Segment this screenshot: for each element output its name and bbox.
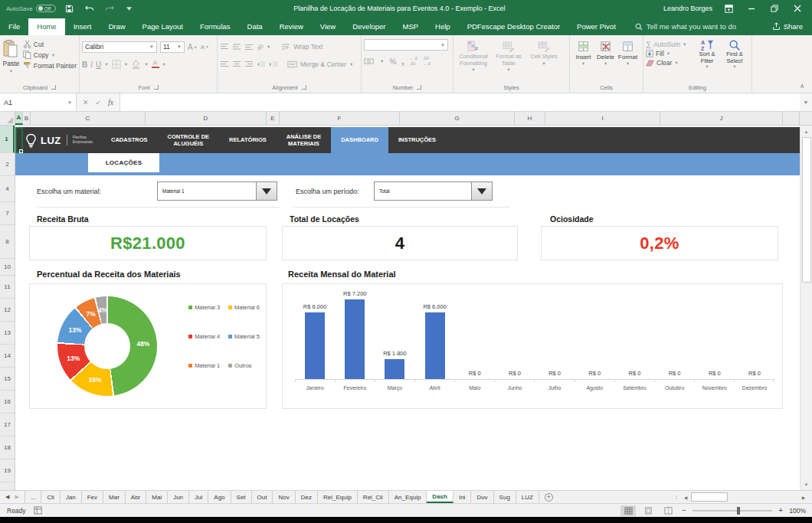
- ribbon-tab-pdfescape-desktop-creator[interactable]: PDFescape Desktop Creator: [459, 18, 568, 35]
- row-header-17[interactable]: 17: [0, 413, 15, 436]
- sheet-tab-rel-cli[interactable]: Rel_Cli: [358, 491, 389, 503]
- bar-janeiro[interactable]: [305, 312, 325, 379]
- delete-cells-button[interactable]: Delete▼: [594, 38, 617, 66]
- sheet-tab-mar[interactable]: Mar: [103, 491, 126, 503]
- sheet-tab-ago[interactable]: Ago: [208, 491, 231, 503]
- decrease-font-size-button[interactable]: A▼: [201, 44, 209, 51]
- scrollbar-resize-handle[interactable]: ⁞: [676, 495, 677, 500]
- autosum-button[interactable]: ∑AutoSum▼: [646, 40, 693, 48]
- row-header-7[interactable]: 7: [0, 202, 15, 225]
- cell-styles-button[interactable]: Cell Styles▼: [526, 38, 562, 66]
- font-size-select[interactable]: 11▼: [160, 41, 185, 53]
- ribbon-tab-home[interactable]: Home: [28, 18, 64, 35]
- save-button[interactable]: [64, 2, 76, 15]
- sheet-tab-set[interactable]: Set: [231, 491, 252, 503]
- column-header-f[interactable]: F: [280, 112, 400, 125]
- sheet-tab-nov[interactable]: Nov: [273, 491, 295, 503]
- increase-font-size-button[interactable]: A▲: [188, 43, 198, 51]
- row-header-10[interactable]: 10: [0, 259, 15, 276]
- increase-decimal-button[interactable]: ←.0.00: [410, 56, 417, 66]
- ribbon-tab-file[interactable]: File: [0, 18, 28, 35]
- page-layout-view-button[interactable]: [640, 505, 656, 516]
- confirm-entry-icon[interactable]: ✓: [96, 99, 102, 106]
- insert-cells-button[interactable]: Insert▼: [572, 38, 594, 66]
- column-header-c[interactable]: C: [31, 112, 146, 125]
- zoom-slider-thumb[interactable]: [737, 507, 740, 515]
- column-header-i[interactable]: I: [545, 112, 660, 125]
- collapse-ribbon-button[interactable]: ∧: [800, 83, 804, 90]
- vertical-scroll-thumb[interactable]: [802, 137, 811, 283]
- scroll-right-icon[interactable]: ▶: [798, 492, 809, 502]
- ribbon-tab-help[interactable]: Help: [427, 18, 459, 35]
- ribbon-tab-power-pivot[interactable]: Power Pivot: [568, 18, 624, 35]
- increase-indent-icon[interactable]: [269, 60, 278, 68]
- alignment-dialog-launcher[interactable]: [302, 85, 306, 90]
- fill-color-icon[interactable]: [131, 60, 141, 69]
- column-header-j[interactable]: J: [660, 112, 783, 125]
- macro-record-icon[interactable]: [34, 506, 42, 515]
- material-filter-dropdown[interactable]: Material 1: [157, 181, 277, 201]
- align-left-icon[interactable]: [220, 60, 229, 68]
- font-family-select[interactable]: Calibri▼: [82, 41, 157, 53]
- font-dialog-launcher[interactable]: [154, 85, 159, 90]
- column-header-b[interactable]: B: [23, 112, 31, 125]
- accounting-format-icon[interactable]: [364, 57, 375, 65]
- sheet-tab-jun[interactable]: Jun: [168, 491, 189, 503]
- row-header-16[interactable]: 16: [0, 391, 15, 413]
- new-sheet-button[interactable]: +: [545, 491, 553, 503]
- row-header-1[interactable]: 1: [0, 126, 15, 153]
- share-button[interactable]: Share: [763, 22, 812, 35]
- cancel-entry-icon[interactable]: ✕: [83, 99, 89, 106]
- nav-tab-controle-de-alugueis[interactable]: CONTROLE DEALUGUÉIS: [158, 127, 220, 153]
- column-header-e[interactable]: E: [267, 112, 280, 125]
- restore-button[interactable]: [768, 2, 781, 15]
- align-right-icon[interactable]: [244, 60, 254, 68]
- row-header-15[interactable]: 15: [0, 368, 15, 391]
- ribbon-tab-review[interactable]: Review: [271, 18, 312, 35]
- align-bottom-icon[interactable]: [244, 43, 254, 51]
- bar-chart[interactable]: R$ 6.000R$ 7.200R$ 1.800R$ 6.000R$ 0R$ 0…: [282, 283, 783, 409]
- column-header-d[interactable]: D: [146, 112, 267, 125]
- wrap-text-button[interactable]: Wrap Text: [293, 43, 323, 51]
- row-header-4[interactable]: 4: [0, 176, 15, 202]
- number-format-select[interactable]: ▼: [364, 39, 448, 51]
- merge-center-icon[interactable]: [287, 60, 297, 68]
- sheet-tab-cli[interactable]: Cli: [41, 491, 60, 503]
- decrease-indent-icon[interactable]: [257, 60, 266, 68]
- worksheet[interactable]: LUZ PlanilhasEmpresariais CADASTROSCONTR…: [15, 126, 800, 490]
- sheet-nav-left-icon[interactable]: ◀: [5, 494, 9, 500]
- sheet-tab-rel-equip[interactable]: Rel_Equip: [318, 491, 358, 503]
- sheet-tab-out[interactable]: Out: [252, 491, 273, 503]
- sheet-tab-sug[interactable]: Sug: [494, 491, 516, 503]
- ribbon-tab-view[interactable]: View: [312, 18, 344, 35]
- ribbon-display-options-button[interactable]: [722, 2, 735, 15]
- zoom-out-button[interactable]: −: [680, 506, 688, 515]
- nav-tab-cadastros[interactable]: CADASTROS: [101, 127, 158, 153]
- donut-chart[interactable]: Material 3Material 6Material 4Material 5…: [29, 283, 267, 409]
- sheet-tab-fev[interactable]: Fev: [82, 491, 103, 503]
- wrap-text-icon[interactable]: [281, 43, 290, 51]
- ribbon-tab-data[interactable]: Data: [239, 18, 271, 35]
- nav-tab-relatorios[interactable]: RELATÓRIOS: [219, 127, 277, 153]
- row-header-19[interactable]: 19: [0, 459, 15, 482]
- sheet-tab-jul[interactable]: Jul: [189, 491, 208, 503]
- underline-button[interactable]: U: [96, 60, 101, 69]
- undo-button[interactable]: [83, 2, 96, 15]
- redo-button[interactable]: [103, 2, 116, 15]
- row-header-12[interactable]: 12: [0, 299, 15, 322]
- insert-function-icon[interactable]: fx: [108, 98, 113, 106]
- fill-button[interactable]: Fill▼: [646, 50, 693, 57]
- sheet-nav-right-icon[interactable]: ▶: [15, 494, 18, 500]
- formula-bar-collapse-icon[interactable]: ▼: [800, 93, 812, 111]
- decrease-decimal-button[interactable]: .00→.0: [423, 56, 431, 66]
- find-select-button[interactable]: Find & Select▼: [721, 38, 748, 70]
- sheet-tab-jan[interactable]: Jan: [61, 491, 82, 503]
- percent-style-button[interactable]: %: [389, 57, 396, 66]
- comma-style-button[interactable]: ,: [401, 56, 404, 67]
- align-top-icon[interactable]: [220, 43, 229, 51]
- column-header-partial[interactable]: [783, 112, 800, 125]
- merge-center-button[interactable]: Merge & Center: [300, 60, 346, 68]
- nav-tab-dashboard[interactable]: DASHBOARD: [331, 127, 388, 153]
- zoom-slider[interactable]: [692, 510, 772, 512]
- qat-customize-button[interactable]: [123, 2, 136, 15]
